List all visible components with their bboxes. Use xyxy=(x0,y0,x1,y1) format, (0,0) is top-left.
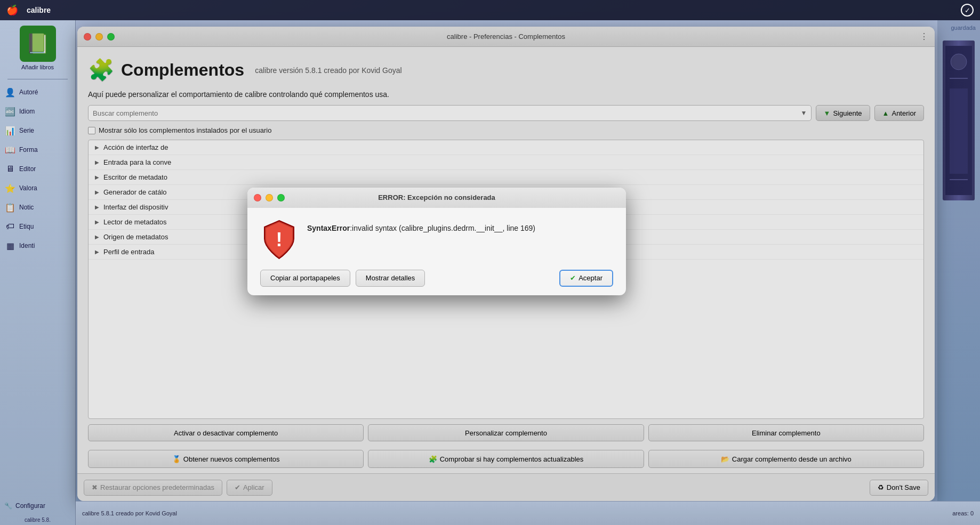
app-name-label: calibre xyxy=(27,6,51,14)
dialog-overlay: ERROR: Excepción no considerada ! Syntax… xyxy=(0,0,980,525)
error-rest: :invalid syntax (calibre_plugins.dedrm._… xyxy=(350,224,535,232)
accept-button[interactable]: ✔ Aceptar xyxy=(559,270,613,287)
error-shield-icon: ! xyxy=(260,219,298,261)
error-text-content: SyntaxError:invalid syntax (calibre_plug… xyxy=(307,219,613,234)
error-dialog: ERROR: Excepción no considerada ! Syntax… xyxy=(247,188,626,295)
error-window-controls xyxy=(254,194,285,201)
error-minimize-btn[interactable] xyxy=(266,194,273,201)
show-details-button[interactable]: Mostrar detalles xyxy=(356,270,425,287)
error-title: ERROR: Excepción no considerada xyxy=(378,193,495,201)
error-message: SyntaxError:invalid syntax (calibre_plug… xyxy=(307,223,613,234)
apple-menu-icon[interactable]: 🍎 xyxy=(6,4,18,16)
svg-text:!: ! xyxy=(276,229,282,251)
error-maximize-btn[interactable] xyxy=(277,194,285,201)
error-close-btn[interactable] xyxy=(254,194,261,201)
menubar: 🍎 calibre ✓ xyxy=(0,0,980,20)
accept-label: Aceptar xyxy=(579,274,603,282)
error-body: ! SyntaxError:invalid syntax (calibre_pl… xyxy=(247,208,626,270)
error-buttons: Copiar al portapapeles Mostrar detalles … xyxy=(247,270,626,295)
accept-checkmark-icon: ✔ xyxy=(570,274,576,282)
menubar-checkmark-icon: ✓ xyxy=(961,4,974,17)
error-titlebar: ERROR: Excepción no considerada xyxy=(247,188,626,208)
copy-to-clipboard-button[interactable]: Copiar al portapapeles xyxy=(260,270,350,287)
error-bold: SyntaxError xyxy=(307,224,350,232)
